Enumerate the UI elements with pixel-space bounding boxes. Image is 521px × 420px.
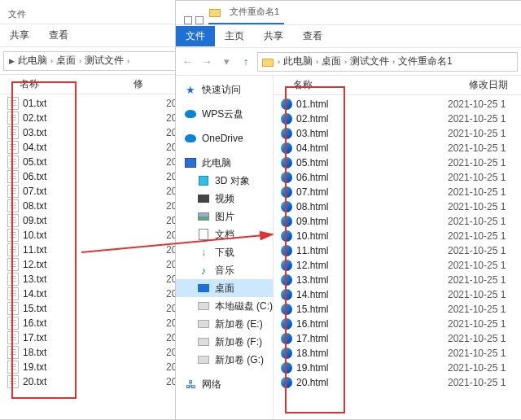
nav-pc-child[interactable]: 视频 — [176, 190, 273, 208]
file-row[interactable]: 02.txt20 — [0, 111, 182, 125]
edge-file-icon — [280, 244, 293, 257]
file-name: 07.txt — [23, 186, 46, 197]
nav-thispc[interactable]: 此电脑 — [176, 154, 273, 172]
column-headers: 名称 修 — [0, 75, 182, 94]
ribbon-tab-share[interactable]: 共享 — [254, 26, 293, 46]
file-row[interactable]: 01.txt20 — [0, 96, 182, 111]
ribbon-tab-view[interactable]: 查看 — [39, 25, 78, 46]
file-row[interactable]: 03.txt20 — [0, 125, 182, 140]
file-date: 2021-10-25 1 — [448, 260, 521, 271]
crumb-thispc[interactable]: 此电脑 — [282, 55, 314, 68]
file-name: 11.txt — [23, 244, 46, 256]
column-name[interactable]: 名称 — [0, 77, 98, 91]
file-name: 03.html — [296, 128, 328, 139]
crumb-test[interactable]: 测试文件 — [348, 55, 391, 68]
file-row[interactable]: 06.html2021-10-25 1 — [274, 170, 521, 185]
nav-label: WPS云盘 — [202, 107, 243, 121]
ribbon-tab-home[interactable]: 主页 — [215, 26, 254, 46]
file-row[interactable]: 06.txt20 — [0, 169, 182, 184]
file-row[interactable]: 04.txt20 — [0, 140, 182, 155]
ribbon-tab-view[interactable]: 查看 — [293, 26, 332, 46]
nav-label: 新加卷 (G:) — [215, 353, 264, 367]
nav-pc-child[interactable]: 新加卷 (F:) — [176, 333, 273, 351]
crumb-desktop[interactable]: 桌面 — [320, 55, 343, 68]
nav-pc-child[interactable]: 3D 对象 — [176, 172, 273, 190]
star-icon: ★ — [184, 83, 197, 96]
file-name: 05.txt — [23, 156, 46, 168]
file-row[interactable]: 19.html2021-10-25 1 — [274, 361, 521, 375]
crumb-rename[interactable]: 文件重命名1 — [396, 55, 454, 68]
nav-pc-child[interactable]: 图片 — [176, 208, 273, 225]
nav-pc-child[interactable]: ↓下载 — [176, 243, 273, 261]
file-row[interactable]: 14.txt20 — [0, 287, 182, 301]
file-row[interactable]: 16.html2021-10-25 1 — [274, 317, 521, 331]
file-row[interactable]: 09.html2021-10-25 1 — [274, 214, 521, 229]
breadcrumb[interactable]: ▶ 此电脑 › 桌面 › 测试文件 › — [3, 51, 179, 71]
file-row[interactable]: 18.txt20 — [0, 345, 182, 360]
file-row[interactable]: 13.html2021-10-25 1 — [274, 273, 521, 287]
edge-file-icon — [280, 303, 293, 316]
file-row[interactable]: 08.txt20 — [0, 199, 182, 213]
file-row[interactable]: 13.txt20 — [0, 272, 182, 287]
file-row[interactable]: 02.html2021-10-25 1 — [274, 112, 521, 126]
file-list-pane: 名称 修 01.txt2002.txt2003.txt2004.txt2005.… — [0, 75, 182, 419]
ribbon-tab-share[interactable]: 共享 — [0, 25, 39, 46]
crumb-desktop[interactable]: 桌面 — [55, 54, 77, 68]
file-row[interactable]: 11.txt20 — [0, 243, 182, 257]
ribbon-tabs: 文件 主页 共享 查看 — [176, 25, 521, 48]
file-date: 2021-10-25 1 — [448, 318, 521, 330]
file-row[interactable]: 16.txt20 — [0, 316, 182, 330]
file-row[interactable]: 03.html2021-10-25 1 — [274, 126, 521, 141]
file-row[interactable]: 09.txt20 — [0, 213, 182, 228]
nav-pc-child[interactable]: 本地磁盘 (C:) — [176, 297, 273, 315]
file-row[interactable]: 15.txt20 — [0, 301, 182, 316]
file-row[interactable]: 15.html2021-10-25 1 — [274, 302, 521, 317]
nav-network[interactable]: 🖧网络 — [176, 375, 273, 393]
file-row[interactable]: 17.html2021-10-25 1 — [274, 331, 521, 346]
nav-pc-child[interactable]: 桌面 — [176, 279, 273, 297]
nav-forward-button[interactable]: → — [199, 54, 215, 70]
column-date[interactable]: 修改日期 — [469, 78, 521, 92]
window-title: 文件 — [3, 5, 31, 24]
file-row[interactable]: 10.html2021-10-25 1 — [274, 229, 521, 243]
file-row[interactable]: 18.html2021-10-25 1 — [274, 346, 521, 361]
file-row[interactable]: 07.txt20 — [0, 184, 182, 199]
nav-pc-child[interactable]: 新加卷 (G:) — [176, 351, 273, 369]
file-row[interactable]: 17.txt20 — [0, 330, 182, 345]
file-row[interactable]: 01.html2021-10-25 1 — [274, 97, 521, 112]
qat-icon[interactable] — [195, 16, 204, 24]
file-row[interactable]: 11.html2021-10-25 1 — [274, 243, 521, 258]
nav-onedrive[interactable]: OneDrive — [176, 129, 273, 147]
file-row[interactable]: 10.txt20 — [0, 228, 182, 243]
nav-up-button[interactable]: ↑ — [238, 54, 254, 70]
file-row[interactable]: 04.html2021-10-25 1 — [274, 141, 521, 155]
file-row[interactable]: 12.txt20 — [0, 257, 182, 272]
nav-pc-child[interactable]: ♪音乐 — [176, 261, 273, 279]
ribbon-tab-file[interactable]: 文件 — [176, 26, 215, 46]
file-row[interactable]: 05.txt20 — [0, 155, 182, 169]
edge-file-icon — [280, 376, 293, 389]
nav-quick-access[interactable]: ★快速访问 — [176, 81, 273, 98]
edge-file-icon — [280, 186, 293, 199]
file-row[interactable]: 20.html2021-10-25 1 — [274, 375, 521, 390]
breadcrumb[interactable]: › 此电脑 › 桌面 › 测试文件 › 文件重命名1 — [257, 52, 518, 72]
nav-pc-child[interactable]: 文档 — [176, 225, 273, 243]
file-name: 14.html — [296, 289, 328, 300]
file-row[interactable]: 20.txt20 — [0, 374, 182, 389]
file-date: 2021-10-25 1 — [448, 186, 521, 198]
nav-pc-child[interactable]: 新加卷 (E:) — [176, 315, 273, 333]
nav-wps[interactable]: WPS云盘 — [176, 105, 273, 123]
file-row[interactable]: 08.html2021-10-25 1 — [274, 199, 521, 214]
qat-icon[interactable] — [184, 16, 192, 24]
nav-recent-button[interactable]: ▾ — [218, 54, 234, 70]
i-3d-icon — [197, 174, 210, 187]
file-row[interactable]: 05.html2021-10-25 1 — [274, 155, 521, 170]
file-row[interactable]: 12.html2021-10-25 1 — [274, 258, 521, 273]
crumb-thispc[interactable]: 此电脑 — [16, 54, 49, 68]
crumb-test[interactable]: 测试文件 — [83, 54, 125, 68]
column-name[interactable]: 名称 — [274, 78, 313, 92]
file-row[interactable]: 07.html2021-10-25 1 — [274, 185, 521, 199]
file-row[interactable]: 14.html2021-10-25 1 — [274, 287, 521, 302]
file-row[interactable]: 19.txt20 — [0, 360, 182, 374]
nav-back-button[interactable]: ← — [179, 54, 195, 70]
